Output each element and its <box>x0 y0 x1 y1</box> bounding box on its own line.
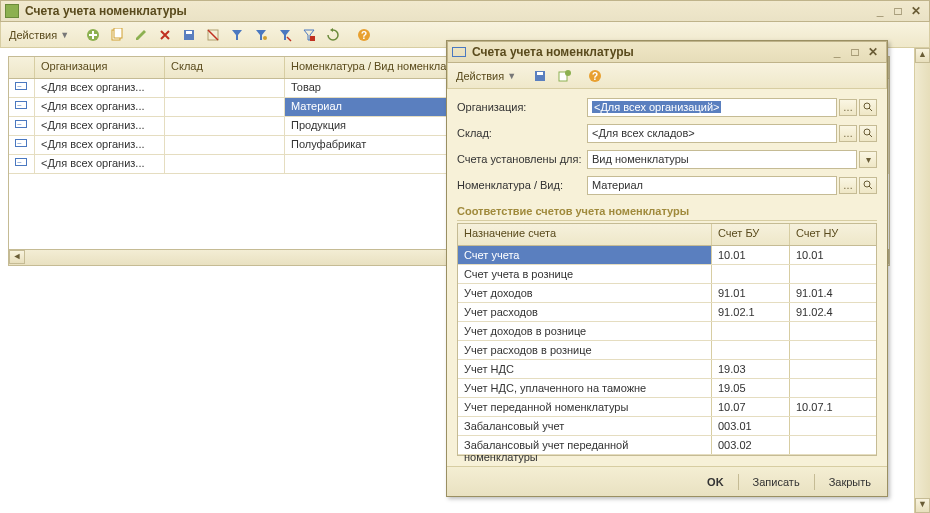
map-cell-bu <box>712 265 790 283</box>
map-row[interactable]: Учет переданной номенклатуры10.0710.07.1 <box>458 398 876 417</box>
map-cell-name: Счет учета в рознице <box>458 265 712 283</box>
sklad-field[interactable]: <Для всех складов> <box>587 124 837 143</box>
target-dropdown-button[interactable]: ▾ <box>859 151 877 168</box>
map-cell-nu <box>790 417 868 435</box>
map-cell-name: Забалансовый учет переданной номенклатур… <box>458 436 712 454</box>
add-button[interactable] <box>82 25 104 45</box>
dialog-icon <box>452 47 466 57</box>
row-icon <box>15 101 27 109</box>
save-button[interactable] <box>178 25 200 45</box>
detail-dialog: Счета учета номенклатуры _ □ ✕ Действия … <box>446 40 888 497</box>
dialog-actions-menu[interactable]: Действия ▼ <box>452 68 520 84</box>
map-cell-nu: 91.02.4 <box>790 303 868 321</box>
dialog-help-button[interactable]: ? <box>584 66 606 86</box>
dialog-close-button[interactable]: ✕ <box>864 45 882 59</box>
map-cell-bu: 19.03 <box>712 360 790 378</box>
mapping-table: Назначение счета Счет БУ Счет НУ Счет уч… <box>457 223 877 456</box>
cell-sklad <box>165 155 285 173</box>
row-icon <box>15 82 27 90</box>
dialog-footer: OK Записать Закрыть <box>447 466 887 496</box>
cell-org: <Для всех организ... <box>35 79 165 97</box>
minimize-button[interactable]: _ <box>871 4 889 18</box>
svg-rect-11 <box>537 72 543 75</box>
map-row[interactable]: Учет доходов в рознице <box>458 322 876 341</box>
close-button[interactable]: Закрыть <box>819 474 881 490</box>
map-cell-name: Учет переданной номенклатуры <box>458 398 712 416</box>
dialog-titlebar: Счета учета номенклатуры _ □ ✕ <box>447 41 887 63</box>
map-cell-bu: 003.02 <box>712 436 790 454</box>
toggle-button[interactable] <box>202 25 224 45</box>
map-cell-name: Учет расходов <box>458 303 712 321</box>
org-field[interactable]: <Для всех организаций> <box>587 98 837 117</box>
map-col-name[interactable]: Назначение счета <box>458 224 712 245</box>
nom-field[interactable]: Материал <box>587 176 837 195</box>
delete-button[interactable] <box>154 25 176 45</box>
map-row[interactable]: Учет доходов91.0191.01.4 <box>458 284 876 303</box>
svg-point-6 <box>263 36 267 40</box>
col-org[interactable]: Организация <box>35 57 165 78</box>
map-cell-name: Учет НДС, уплаченного на таможне <box>458 379 712 397</box>
cell-org: <Для всех организ... <box>35 98 165 116</box>
map-cell-bu <box>712 341 790 359</box>
map-cell-bu: 91.02.1 <box>712 303 790 321</box>
scroll-up-button[interactable]: ▲ <box>915 48 930 63</box>
actions-menu[interactable]: Действия ▼ <box>5 27 73 43</box>
cell-sklad <box>165 136 285 154</box>
help-button[interactable]: ? <box>353 25 375 45</box>
dialog-actions-label: Действия <box>456 70 504 82</box>
map-row[interactable]: Счет учета в рознице <box>458 265 876 284</box>
close-button[interactable]: ✕ <box>907 4 925 18</box>
dialog-tbtn-2[interactable] <box>553 66 575 86</box>
org-search-button[interactable] <box>859 99 877 116</box>
filter1-button[interactable] <box>226 25 248 45</box>
target-field[interactable]: Вид номенклатуры <box>587 150 857 169</box>
map-cell-nu <box>790 265 868 283</box>
maximize-button[interactable]: □ <box>889 4 907 18</box>
map-cell-name: Учет доходов в рознице <box>458 322 712 340</box>
scroll-down-button[interactable]: ▼ <box>915 498 930 513</box>
cell-sklad <box>165 98 285 116</box>
map-row[interactable]: Забалансовый учет003.01 <box>458 417 876 436</box>
map-cell-name: Учет доходов <box>458 284 712 302</box>
map-row[interactable]: Счет учета10.0110.01 <box>458 246 876 265</box>
map-cell-nu <box>790 322 868 340</box>
svg-text:?: ? <box>361 30 367 41</box>
filter-clear-button[interactable] <box>298 25 320 45</box>
map-row[interactable]: Учет расходов91.02.191.02.4 <box>458 303 876 322</box>
nom-search-button[interactable] <box>859 177 877 194</box>
map-cell-nu <box>790 360 868 378</box>
ok-button[interactable]: OK <box>697 474 734 490</box>
dialog-tbtn-1[interactable] <box>529 66 551 86</box>
org-select-button[interactable]: … <box>839 99 857 116</box>
edit-button[interactable] <box>130 25 152 45</box>
filter2-button[interactable] <box>250 25 272 45</box>
sklad-select-button[interactable]: … <box>839 125 857 142</box>
map-cell-nu <box>790 379 868 397</box>
col-sklad[interactable]: Склад <box>165 57 285 78</box>
cell-sklad <box>165 117 285 135</box>
dialog-maximize-button[interactable]: □ <box>846 45 864 59</box>
main-title: Счета учета номенклатуры <box>25 4 871 18</box>
scroll-left-button[interactable]: ◄ <box>9 250 25 264</box>
refresh-button[interactable] <box>322 25 344 45</box>
svg-text:?: ? <box>592 71 598 82</box>
map-cell-nu: 91.01.4 <box>790 284 868 302</box>
map-cell-nu: 10.07.1 <box>790 398 868 416</box>
map-col-nu[interactable]: Счет НУ <box>790 224 868 245</box>
dialog-minimize-button[interactable]: _ <box>828 45 846 59</box>
map-row[interactable]: Учет расходов в рознице <box>458 341 876 360</box>
map-row[interactable]: Забалансовый учет переданной номенклатур… <box>458 436 876 455</box>
filter3-button[interactable] <box>274 25 296 45</box>
map-cell-name: Забалансовый учет <box>458 417 712 435</box>
map-col-bu[interactable]: Счет БУ <box>712 224 790 245</box>
map-cell-bu: 10.07 <box>712 398 790 416</box>
map-row[interactable]: Учет НДС, уплаченного на таможне19.05 <box>458 379 876 398</box>
nom-select-button[interactable]: … <box>839 177 857 194</box>
save-button[interactable]: Записать <box>743 474 810 490</box>
copy-button[interactable] <box>106 25 128 45</box>
map-cell-name: Счет учета <box>458 246 712 264</box>
sklad-search-button[interactable] <box>859 125 877 142</box>
main-v-scrollbar[interactable]: ▲ ▼ <box>914 48 930 513</box>
map-row[interactable]: Учет НДС19.03 <box>458 360 876 379</box>
map-cell-bu: 19.05 <box>712 379 790 397</box>
